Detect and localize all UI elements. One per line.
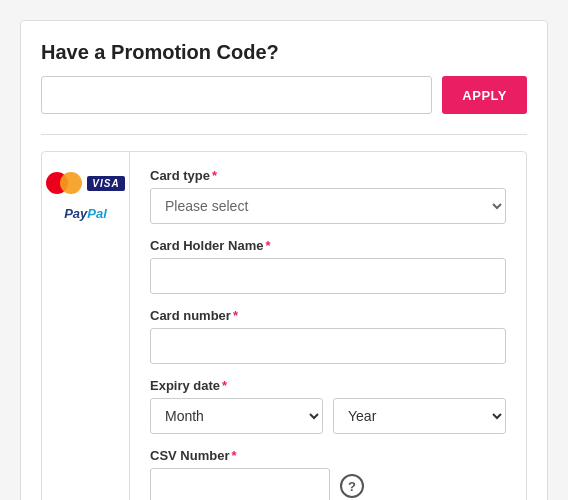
- card-number-label: Card number*: [150, 308, 506, 323]
- page-wrapper: Have a Promotion Code? APPLY VISA PayPal: [20, 20, 548, 500]
- csv-group: CSV Number* ?: [150, 448, 506, 500]
- csv-label: CSV Number*: [150, 448, 506, 463]
- card-holder-label: Card Holder Name*: [150, 238, 506, 253]
- mc-circle-right: [60, 172, 82, 194]
- card-holder-group: Card Holder Name*: [150, 238, 506, 294]
- card-type-select[interactable]: Please select Visa Mastercard American E…: [150, 188, 506, 224]
- paypal-pal-text: Pal: [87, 206, 107, 221]
- card-icons-row: VISA: [46, 172, 124, 194]
- promo-input[interactable]: [41, 76, 432, 114]
- card-holder-input[interactable]: [150, 258, 506, 294]
- promo-row: APPLY: [41, 76, 527, 114]
- expiry-month-select[interactable]: Month January February March April May J…: [150, 398, 323, 434]
- card-number-input[interactable]: [150, 328, 506, 364]
- card-number-group: Card number*: [150, 308, 506, 364]
- card-holder-required: *: [265, 238, 270, 253]
- card-number-required: *: [233, 308, 238, 323]
- expiry-required: *: [222, 378, 227, 393]
- paypal-icon: PayPal: [64, 206, 107, 221]
- card-type-required: *: [212, 168, 217, 183]
- paypal-pay-text: Pay: [64, 206, 87, 221]
- payment-section: VISA PayPal Card type* Please select Vis…: [41, 151, 527, 500]
- apply-button[interactable]: APPLY: [442, 76, 527, 114]
- payment-icons-panel: VISA PayPal: [42, 152, 130, 500]
- csv-required: *: [231, 448, 236, 463]
- mastercard-icon: [46, 172, 82, 194]
- csv-help-icon[interactable]: ?: [340, 474, 364, 498]
- csv-input[interactable]: [150, 468, 330, 500]
- expiry-year-select[interactable]: Year 2024 2025 2026 2027 2028 2029 2030: [333, 398, 506, 434]
- expiry-group: Expiry date* Month January February Marc…: [150, 378, 506, 434]
- expiry-label: Expiry date*: [150, 378, 506, 393]
- section-divider: [41, 134, 527, 135]
- expiry-row: Month January February March April May J…: [150, 398, 506, 434]
- csv-row: ?: [150, 468, 506, 500]
- promo-section: Have a Promotion Code? APPLY: [41, 41, 527, 114]
- card-type-group: Card type* Please select Visa Mastercard…: [150, 168, 506, 224]
- promo-title: Have a Promotion Code?: [41, 41, 527, 64]
- card-type-label: Card type*: [150, 168, 506, 183]
- card-form: Card type* Please select Visa Mastercard…: [130, 152, 526, 500]
- visa-icon: VISA: [87, 176, 124, 191]
